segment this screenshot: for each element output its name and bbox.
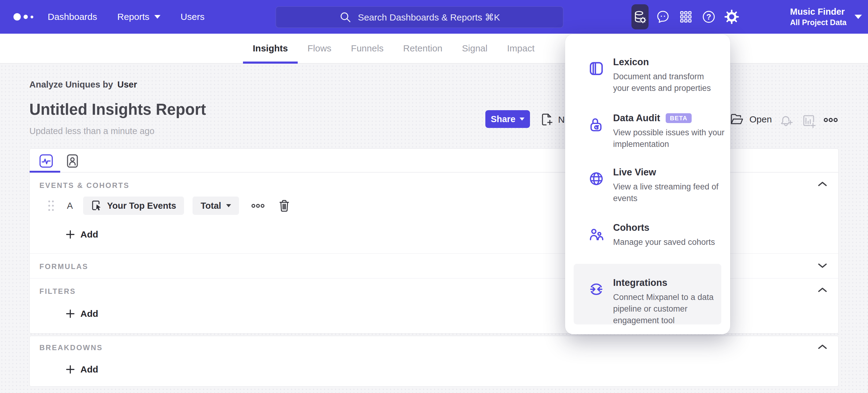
- search-input[interactable]: Search Dashboards & Reports ⌘K: [276, 6, 563, 28]
- row-letter: A: [67, 201, 73, 211]
- settings-button[interactable]: [723, 4, 740, 29]
- plus-icon: [66, 230, 75, 239]
- beta-badge: BETA: [666, 113, 692, 123]
- trash-icon: [278, 199, 290, 213]
- context-prefix: Analyze Uniques by: [29, 80, 113, 89]
- open-report-label: Open: [749, 114, 772, 124]
- grid-icon: [679, 10, 693, 24]
- expand-formulas-button[interactable]: [817, 263, 827, 269]
- breakdowns-header: BREAKDOWNS: [39, 343, 103, 352]
- data-management-button[interactable]: [631, 4, 649, 29]
- chevron-down-icon: [520, 117, 524, 120]
- add-filter-label: Add: [81, 309, 98, 319]
- tab-insights[interactable]: Insights: [243, 34, 298, 64]
- updated-timestamp: Updated less than a minute ago: [29, 126, 155, 136]
- chevron-down-icon: [226, 204, 231, 207]
- project-selector[interactable]: Music Finder All Project Data: [790, 0, 862, 34]
- nav-users[interactable]: Users: [181, 11, 205, 22]
- event-click-icon: [91, 200, 102, 212]
- person-card-icon: [65, 153, 80, 168]
- plus-icon: [66, 365, 75, 374]
- context-value-user[interactable]: User: [117, 80, 137, 89]
- nav-dashboards-label: Dashboards: [48, 11, 97, 22]
- menu-item-data-audit[interactable]: Data Audit BETA View possible issues wit…: [613, 111, 733, 150]
- menu-item-description: Connect Mixpanel to a data pipeline or c…: [613, 291, 733, 326]
- feedback-button[interactable]: [654, 4, 672, 29]
- tab-retention[interactable]: Retention: [393, 34, 452, 64]
- share-button-label: Share: [491, 114, 516, 124]
- formulas-header: FORMULAS: [39, 262, 88, 271]
- menu-item-integrations[interactable]: Integrations Connect Mixpanel to a data …: [613, 276, 733, 326]
- row-options-button[interactable]: [251, 203, 265, 208]
- apps-grid-button[interactable]: [677, 4, 694, 29]
- share-button[interactable]: Share: [485, 110, 530, 128]
- metric-selector-button[interactable]: Total: [192, 196, 239, 215]
- menu-item-cohorts[interactable]: Cohorts Manage your saved cohorts: [613, 221, 733, 248]
- analysis-context: Analyze Uniques byUser: [29, 80, 137, 90]
- chevron-up-icon: [817, 180, 827, 187]
- nav-reports-label: Reports: [117, 11, 150, 22]
- chat-bubble-icon: [656, 9, 670, 24]
- tab-funnels[interactable]: Funnels: [341, 34, 393, 64]
- tab-flows[interactable]: Flows: [298, 34, 341, 64]
- top-navigation-bar: Dashboards Reports Users Search Dashboar…: [0, 0, 868, 34]
- menu-item-description: View possible issues with your implement…: [613, 127, 733, 150]
- page-title[interactable]: Untitled Insights Report: [29, 101, 206, 118]
- event-selector-button[interactable]: Your Top Events: [83, 196, 184, 215]
- more-options-icon: [251, 203, 265, 208]
- plus-icon: [66, 309, 75, 318]
- data-audit-lock-icon: [588, 117, 604, 133]
- chevron-down-icon: [855, 15, 862, 19]
- drag-handle[interactable]: [47, 199, 55, 212]
- events-cohorts-header: EVENTS & COHORTS: [39, 181, 130, 190]
- chevron-up-icon: [817, 286, 827, 292]
- report-tabs: Insights Flows Funnels Retention Signal …: [243, 34, 544, 64]
- menu-item-title: Lexicon: [613, 55, 733, 69]
- lexicon-book-icon: [588, 61, 604, 77]
- add-event-label: Add: [81, 229, 98, 240]
- menu-item-lexicon[interactable]: Lexicon Document and transform your even…: [613, 55, 733, 94]
- integrations-sync-icon: [588, 281, 604, 297]
- search-icon: [339, 11, 352, 24]
- chevron-up-icon: [817, 343, 827, 349]
- chart-plus-icon: [802, 114, 816, 128]
- add-to-board-button[interactable]: [802, 114, 816, 128]
- bell-plus-icon: [779, 114, 794, 128]
- add-filter-button[interactable]: Add: [66, 309, 98, 319]
- help-icon: ?: [702, 9, 716, 24]
- tab-events-view[interactable]: [39, 153, 54, 168]
- primary-nav: Dashboards Reports Users: [48, 0, 205, 34]
- pulse-chart-icon: [39, 153, 54, 168]
- delete-row-button[interactable]: [278, 199, 290, 213]
- collapse-events-button[interactable]: [817, 180, 827, 187]
- breakdowns-card: BREAKDOWNS Add: [29, 336, 839, 387]
- menu-item-live-view[interactable]: Live View View a live streaming feed of …: [613, 166, 733, 204]
- chevron-down-icon: [154, 15, 160, 19]
- report-tabstrip: Insights Flows Funnels Retention Signal …: [0, 34, 868, 64]
- menu-item-title: Data Audit BETA: [613, 111, 733, 125]
- gear-icon: [724, 9, 739, 24]
- help-button[interactable]: ?: [700, 4, 717, 29]
- chevron-down-icon: [817, 263, 827, 269]
- collapse-breakdowns-button[interactable]: [817, 343, 827, 349]
- more-actions-button[interactable]: [824, 117, 838, 122]
- tab-signal[interactable]: Signal: [452, 34, 497, 64]
- menu-item-description: View a live streaming feed of events: [613, 181, 733, 204]
- tab-profiles-view[interactable]: [65, 153, 80, 168]
- nav-dashboards[interactable]: Dashboards: [48, 11, 97, 22]
- add-event-button[interactable]: Add: [66, 229, 98, 240]
- mixpanel-logo-icon[interactable]: [13, 0, 33, 34]
- svg-text:?: ?: [706, 12, 711, 22]
- filters-header: FILTERS: [39, 287, 76, 296]
- create-alert-button[interactable]: [779, 114, 794, 128]
- cohorts-people-icon: [588, 226, 604, 242]
- event-selector-label: Your Top Events: [107, 201, 176, 211]
- menu-item-title: Cohorts: [613, 221, 733, 234]
- tab-impact[interactable]: Impact: [497, 34, 544, 64]
- database-gear-icon: [633, 9, 647, 24]
- open-report-button[interactable]: Open: [730, 113, 772, 126]
- collapse-filters-button[interactable]: [817, 286, 827, 292]
- document-plus-icon: [540, 113, 553, 127]
- nav-reports[interactable]: Reports: [117, 11, 160, 22]
- add-breakdown-button[interactable]: Add: [66, 364, 98, 375]
